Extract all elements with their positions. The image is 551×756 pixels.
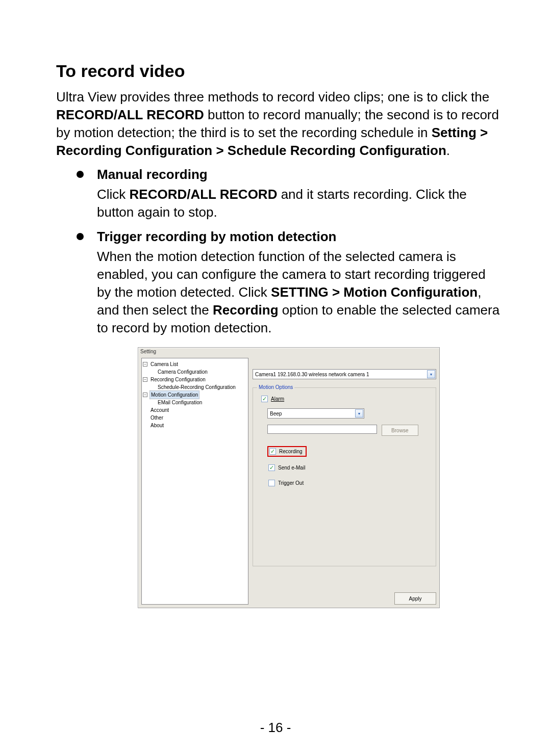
tree-item-camera-list[interactable]: − Camera List bbox=[143, 360, 247, 368]
trigger-recording-body: When the motion detection function of th… bbox=[97, 248, 500, 337]
trigger-body-d: Recording bbox=[213, 302, 279, 318]
camera-select-dropdown[interactable]: Camera1 192.168.0.30 wireless network ca… bbox=[253, 369, 436, 379]
intro-text-3: . bbox=[446, 143, 450, 158]
recording-label: Recording bbox=[279, 449, 303, 454]
motion-options-legend: Motion Options bbox=[257, 384, 294, 390]
send-email-checkbox[interactable]: ✓ bbox=[268, 464, 275, 471]
tree-label: About bbox=[149, 422, 164, 429]
bullet-trigger-recording: Trigger recording by motion detection Wh… bbox=[77, 229, 500, 608]
manual-body-a: Click bbox=[97, 187, 130, 202]
tree-item-other[interactable]: Other bbox=[143, 414, 247, 422]
manual-recording-heading: Manual recording bbox=[97, 167, 500, 183]
tree-expander-icon[interactable]: − bbox=[143, 377, 147, 382]
settings-window-title: Setting bbox=[138, 348, 439, 356]
manual-recording-body: Click RECORD/ALL RECORD and it starts re… bbox=[97, 186, 500, 221]
send-email-label: Send e-Mail bbox=[278, 465, 305, 471]
tree-item-email-configuration[interactable]: EMail Configuration bbox=[143, 399, 247, 406]
settings-window: Setting − Camera List Camera Configurati… bbox=[138, 347, 440, 608]
trigger-out-checkbox[interactable] bbox=[268, 480, 275, 486]
manual-body-b: RECORD/ALL RECORD bbox=[130, 187, 278, 202]
tree-label: Account bbox=[149, 406, 169, 414]
alarm-sound-value: Beep bbox=[270, 411, 282, 416]
tree-label: Other bbox=[149, 414, 163, 422]
tree-label: Camera List bbox=[149, 360, 178, 368]
tree-item-motion-configuration[interactable]: − Motion Configuration bbox=[143, 391, 247, 399]
settings-tree[interactable]: − Camera List Camera Configuration − Rec… bbox=[141, 358, 248, 605]
page-number: - 16 - bbox=[0, 720, 551, 736]
tree-expander-icon[interactable]: − bbox=[143, 362, 147, 367]
recording-highlight: ✓ Recording bbox=[267, 446, 307, 457]
recording-checkbox[interactable]: ✓ bbox=[269, 448, 276, 455]
alarm-label: Alarm bbox=[271, 396, 284, 402]
chevron-down-icon[interactable]: ▾ bbox=[427, 370, 435, 378]
motion-options-fieldset: Motion Options ✓ Alarm Beep ▾ bbox=[253, 387, 436, 566]
tree-label: Recording Configuration bbox=[149, 376, 206, 383]
tree-item-recording-configuration[interactable]: − Recording Configuration bbox=[143, 376, 247, 383]
tree-label: EMail Configuration bbox=[157, 399, 202, 406]
intro-bold-1: RECORD/ALL RECORD bbox=[56, 107, 204, 122]
chevron-down-icon[interactable]: ▾ bbox=[355, 409, 363, 418]
tree-expander-icon[interactable]: − bbox=[143, 393, 147, 397]
intro-paragraph: Ultra View provides three methods to rec… bbox=[56, 88, 500, 160]
tree-item-camera-configuration[interactable]: Camera Configuration bbox=[143, 368, 247, 376]
tree-item-account[interactable]: Account bbox=[143, 406, 247, 414]
tree-item-about[interactable]: About bbox=[143, 422, 247, 429]
tree-label: Schedule-Recording Configuration bbox=[157, 383, 236, 391]
settings-content-pane: Camera1 192.168.0.30 wireless network ca… bbox=[253, 358, 436, 605]
trigger-recording-heading: Trigger recording by motion detection bbox=[97, 229, 500, 245]
alarm-sound-dropdown[interactable]: Beep ▾ bbox=[267, 408, 364, 419]
bullet-manual-recording: Manual recording Click RECORD/ALL RECORD… bbox=[77, 167, 500, 221]
intro-text-1: Ultra View provides three methods to rec… bbox=[56, 89, 489, 105]
trigger-body-b: SETTING > Motion Configuration bbox=[271, 284, 478, 300]
page-title: To record video bbox=[56, 61, 500, 81]
tree-item-schedule-recording[interactable]: Schedule-Recording Configuration bbox=[143, 383, 247, 391]
trigger-out-label: Trigger Out bbox=[278, 480, 304, 486]
alarm-sound-path-input[interactable] bbox=[267, 425, 377, 434]
tree-label: Camera Configuration bbox=[157, 368, 208, 376]
alarm-checkbox[interactable]: ✓ bbox=[261, 396, 268, 402]
camera-select-value: Camera1 192.168.0.30 wireless network ca… bbox=[255, 372, 369, 377]
apply-button[interactable]: Apply bbox=[394, 592, 436, 605]
tree-label-selected: Motion Configuration bbox=[149, 390, 199, 399]
browse-button[interactable]: Browse bbox=[382, 425, 418, 436]
